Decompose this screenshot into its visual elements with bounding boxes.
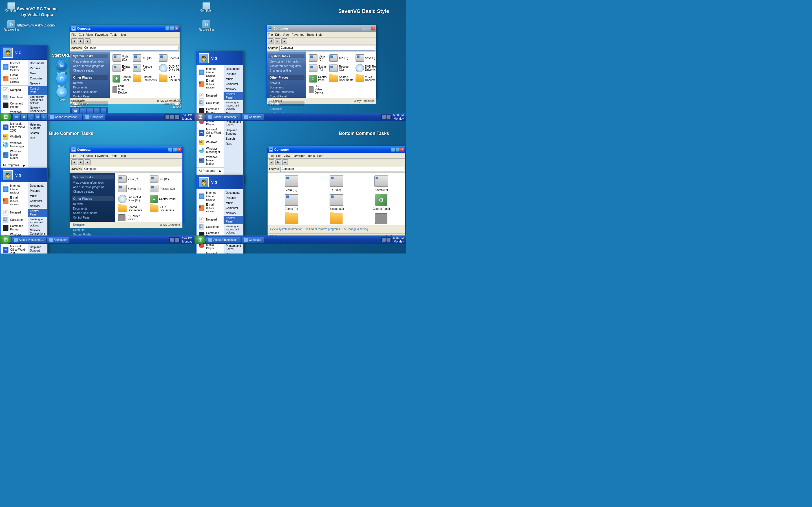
start-internet-tr[interactable]: InternetInternet Explorer — [197, 66, 223, 78]
taskbar-computer-bl[interactable]: Computer — [47, 237, 69, 243]
menu-view-tl[interactable]: View — [86, 33, 93, 36]
maximize-button-tr[interactable]: □ — [366, 26, 370, 31]
right-music-tr[interactable]: Music — [223, 76, 243, 82]
menu-edit-tr[interactable]: Edit — [275, 33, 281, 36]
file-shared-tr[interactable]: Shared Documents — [329, 74, 354, 83]
taskbar-computer-tl[interactable]: Computer — [83, 114, 105, 120]
taskbar-photoshop-tr[interactable]: Adobe Photoshop... — [206, 114, 241, 120]
menu-view-tr[interactable]: View — [283, 33, 290, 36]
start-email-bl[interactable]: ✉ E-mailOutlook Express — [1, 195, 28, 207]
file-item-dvd-tl[interactable]: DVD-RAM Drive (H:) — [158, 63, 180, 73]
file-item-shared-tl[interactable]: Shared Documents — [132, 74, 157, 83]
right-network-br[interactable]: Network — [223, 211, 243, 216]
start-email-br[interactable]: ✉ E-mailOutlook Express — [197, 202, 223, 214]
right-comp-br[interactable]: Computer — [223, 206, 243, 211]
window-tl-titlebar[interactable]: 💻 Computer _ □ ✕ — [70, 25, 180, 32]
right-item-search-tl[interactable]: Search — [28, 131, 47, 136]
file-shared-br[interactable]: Shared Documents — [270, 213, 313, 225]
file-item-usb-tl[interactable]: USB Video Device — [112, 84, 131, 95]
right-pics-br[interactable]: Pictures — [223, 195, 243, 201]
desktop-icon-computer-tr[interactable]: Computer — [197, 2, 215, 12]
file-seven-br[interactable]: Seven (E:) — [360, 175, 403, 192]
right-help-tr[interactable]: Help and Support — [223, 128, 243, 136]
start-orb-taskbar-tl[interactable]: ⊞ — [0, 113, 11, 121]
right-cp-bl[interactable]: Control Panel — [28, 209, 47, 217]
task-changesetting-br[interactable]: ⚙ Change a setting — [343, 228, 368, 231]
right-search-bl[interactable]: Search — [28, 253, 47, 253]
sidebar-network-bl[interactable]: Network — [72, 202, 114, 207]
close-button-tr[interactable]: ✕ — [371, 26, 375, 31]
right-docs-br[interactable]: Documents — [223, 190, 243, 195]
minimize-button-tl[interactable]: _ — [165, 26, 169, 31]
right-comp-bl[interactable]: Computer — [28, 199, 47, 204]
taskbar-photoshop-br[interactable]: Adobe Photoshop... — [206, 237, 241, 243]
sidebar-addremove-tr[interactable]: Add or remove programs — [268, 64, 305, 68]
up-btn-tr[interactable]: ▲ — [282, 38, 287, 44]
file-vista-br[interactable]: Vista (C:) — [270, 175, 313, 192]
sidebar-link-addremove-tl[interactable]: Add or remove programs — [72, 64, 108, 68]
file-shared-bl[interactable]: Shared Documents — [117, 205, 148, 213]
menu-tools-tl[interactable]: Tools — [110, 33, 117, 36]
fwd-btn-tr[interactable]: ▶ — [274, 38, 280, 44]
start-item-movie-tl[interactable]: 🎬 Windows Movie Maker — [1, 149, 28, 161]
maximize-button-bl[interactable]: □ — [173, 148, 177, 152]
sidebar-changesetting-tr[interactable]: Change a setting — [268, 68, 305, 73]
start-item-notepad-tl[interactable]: 📝 Notepad — [1, 87, 28, 94]
menu-view-br[interactable]: View — [284, 154, 290, 158]
menu-edit-bl[interactable]: Edit — [79, 154, 84, 158]
close-button-tl[interactable]: ✕ — [174, 26, 179, 31]
fwd-btn-tl[interactable]: ▶ — [78, 38, 84, 44]
right-search-tr[interactable]: Search — [223, 136, 243, 142]
up-btn-bl[interactable]: ▲ — [85, 159, 91, 165]
right-item-comp-tl[interactable]: Computer — [28, 76, 47, 81]
minimize-button-br[interactable]: _ — [391, 148, 395, 152]
file-item-vg-tl[interactable]: V G's Documents — [158, 74, 180, 83]
sidebar-link-shared-tl[interactable]: Shared Documents — [72, 90, 108, 94]
start-item-allprog-tl[interactable]: All Programs ▶ — [1, 163, 28, 168]
sidebar-cp-bl[interactable]: Control Panel — [72, 216, 114, 220]
file-xp-bl[interactable]: XP (D:) — [149, 175, 180, 183]
file-xp-tr[interactable]: XP (D:) — [329, 54, 354, 62]
file-vista-bl[interactable]: Vista (C:) — [117, 175, 148, 183]
start-internet-bl[interactable]: InternetInternet Explorer — [1, 183, 28, 195]
address-input-tr[interactable]: Computer — [280, 46, 375, 51]
right-item-network-tl[interactable]: Network — [28, 81, 47, 86]
start-orb-taskbar-tr[interactable]: ⊞ — [195, 113, 206, 121]
start-messenger-tr[interactable]: 💬 Windows Messenger — [197, 146, 223, 155]
start-movie-tr[interactable]: 🎬 Windows Movie Maker — [197, 155, 223, 166]
start-calc-br[interactable]: 🔢Calculator — [197, 223, 223, 231]
fwd-btn-br[interactable]: ▶ — [275, 159, 281, 165]
start-item-calc-tl[interactable]: 🔢 Calculator — [1, 94, 28, 101]
sidebar-addremove-bl[interactable]: Add or remove programs — [72, 185, 114, 189]
right-printers-br[interactable]: Printers and Faxes — [223, 243, 243, 252]
address-input-tl[interactable]: Computer — [83, 46, 179, 51]
start-notepad-bl[interactable]: 📝 Notepad — [1, 209, 28, 216]
menu-file-br[interactable]: File — [269, 154, 274, 158]
start-email-tr[interactable]: ✉ E-mailOutlook Express — [197, 78, 223, 90]
file-rescue-tr[interactable]: Rescue (G:) — [329, 63, 354, 73]
right-item-music-tl[interactable]: Music — [28, 71, 47, 76]
menu-edit-tl[interactable]: Edit — [79, 33, 84, 36]
window-br-titlebar[interactable]: 💻 Computer _ □ ✕ — [267, 146, 405, 153]
menu-help-br[interactable]: Help — [317, 154, 323, 158]
task-icon2-tl[interactable]: 📁 — [21, 114, 27, 120]
sidebar-network-tr[interactable]: Network — [268, 81, 305, 86]
file-item-rescue-tl[interactable]: Rescue (G:) — [132, 63, 157, 73]
right-help-br[interactable]: Help and Support — [223, 252, 243, 253]
menu-file-tl[interactable]: File — [71, 33, 77, 36]
right-music-bl[interactable]: Music — [28, 193, 47, 199]
menu-view-bl[interactable]: View — [86, 154, 93, 158]
sidebar-link-docs-tl[interactable]: Documents — [72, 86, 108, 90]
start-winrar-tr[interactable]: 📦 WinRAR — [197, 139, 223, 146]
file-item-cp-tl[interactable]: ⚙ Control Panel — [112, 74, 131, 83]
address-input-bl[interactable]: Computer — [83, 167, 181, 172]
right-network-tr[interactable]: Network — [223, 87, 243, 92]
start-orb-taskbar-br[interactable]: ⊞ — [195, 236, 206, 244]
right-setprog-br[interactable]: Set Program Access and Defaults — [223, 224, 243, 235]
file-usb-tr[interactable]: USB Video Device — [308, 84, 327, 95]
right-cp-tr[interactable]: Control Panel — [223, 92, 243, 100]
file-xp-br[interactable]: XP (D:) — [315, 175, 358, 192]
task-icon4-tl[interactable]: ✉ — [35, 114, 41, 120]
right-setprog-bl[interactable]: Set Program Access and Defaults — [28, 217, 47, 228]
minimize-button-bl[interactable]: _ — [168, 148, 172, 152]
